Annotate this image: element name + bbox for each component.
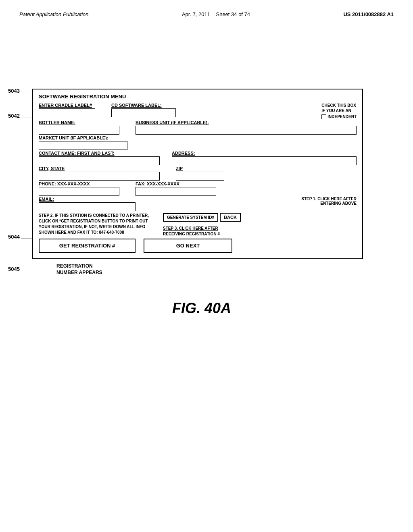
row9: GET REGISTRATION # GO NEXT	[39, 239, 357, 253]
email-group: EMAIL:	[39, 197, 144, 211]
step3-text: STEP 3. CLICK HERE AFTER RECEIVING REGIS…	[163, 226, 220, 237]
fax-input[interactable]	[136, 187, 216, 196]
check-row: INDEPENDENT	[321, 114, 357, 119]
fax-label: FAX: XXX-XXX-XXXX	[136, 181, 224, 186]
city-state-input[interactable]	[39, 172, 160, 181]
row3: MARKET UNIT (IF APPLICABLE):	[39, 135, 357, 150]
phone-label: PHONE: XXX-XXX-XXXX	[39, 181, 127, 186]
bottler-group: BOTTLER NAME:	[39, 120, 127, 135]
step2-text: STEP 2. IF THIS STATION IS CONNECTED TO …	[39, 213, 160, 235]
registration-note: REGISTRATION NUMBER APPEARS	[56, 263, 363, 276]
row8: STEP 2. IF THIS STATION IS CONNECTED TO …	[39, 213, 357, 237]
contact-label: CONTACT NAME: FIRST AND LAST:	[39, 151, 168, 156]
step1-text: STEP 1. CLICK HERE AFTER ENTERING ABOVE	[301, 197, 357, 206]
check-box-text2: IF YOU ARE AN	[321, 108, 351, 113]
header-publication: Patent Application Publication	[19, 11, 89, 17]
phone-group: PHONE: XXX-XXX-XXXX	[39, 181, 127, 196]
cd-software-label: CD SOFTWARE LABEL:	[111, 103, 184, 108]
independent-checkbox[interactable]	[321, 114, 326, 119]
row5: CITY, STATE ZIP	[39, 166, 357, 181]
zip-label: ZIP	[176, 166, 232, 171]
arrow-5042	[21, 118, 33, 118]
fax-group: FAX: XXX-XXX-XXXX	[136, 181, 224, 196]
main-content: 5043 5042 5044 5045 SOFTWARE REGISTRATIO…	[32, 89, 371, 317]
generate-id-button[interactable]: GENERATE SYSTEM ID#	[163, 213, 218, 222]
market-unit-label: MARKET UNIT (IF APPLICABLE):	[39, 135, 152, 140]
city-state-group: CITY, STATE	[39, 166, 168, 181]
contact-input[interactable]	[39, 156, 160, 165]
header-patent-number: US 2011/0082882 A1	[343, 11, 394, 17]
business-unit-input[interactable]	[136, 126, 357, 135]
contact-group: CONTACT NAME: FIRST AND LAST:	[39, 151, 168, 165]
row2: BOTTLER NAME: BUSINESS UNIT (IF APPLICAB…	[39, 120, 357, 135]
generate-id-group: GENERATE SYSTEM ID# BACK STEP 3. CLICK H…	[163, 213, 241, 237]
back-button[interactable]: BACK	[220, 213, 241, 222]
address-input[interactable]	[172, 156, 357, 165]
arrow-5043	[21, 93, 33, 93]
label-5044: 5044	[8, 234, 20, 240]
go-next-button[interactable]: GO NEXT	[144, 239, 232, 253]
business-unit-label: BUSINESS UNIT (IF APPLICABLE):	[136, 120, 357, 125]
city-state-label: CITY, STATE	[39, 166, 168, 171]
phone-input[interactable]	[39, 187, 119, 196]
row6: PHONE: XXX-XXX-XXXX FAX: XXX-XXX-XXXX	[39, 181, 357, 196]
figure-caption: FIG. 40A	[32, 300, 371, 317]
zip-group: ZIP	[176, 166, 232, 181]
diagram-box: SOFTWARE REGISTRATION MENU ENTER CRADLE …	[32, 89, 363, 259]
email-label: EMAIL:	[39, 197, 144, 202]
generate-id-row: GENERATE SYSTEM ID# BACK	[163, 213, 241, 222]
row1: ENTER CRADLE LABEL# CD SOFTWARE LABEL: C…	[39, 103, 357, 119]
label-5042: 5042	[8, 113, 20, 119]
address-group: ADDRESS:	[172, 151, 357, 165]
check-box-text3: INDEPENDENT	[327, 114, 357, 119]
row7: EMAIL: STEP 1. CLICK HERE AFTER ENTERING…	[39, 197, 357, 211]
label-5043: 5043	[8, 88, 20, 94]
label-5045: 5045	[8, 266, 20, 272]
zip-input[interactable]	[176, 172, 224, 181]
market-unit-group: MARKET UNIT (IF APPLICABLE):	[39, 135, 152, 150]
email-input[interactable]	[39, 202, 136, 211]
business-unit-group: BUSINESS UNIT (IF APPLICABLE):	[136, 120, 357, 135]
step3-area: STEP 3. CLICK HERE AFTER RECEIVING REGIS…	[163, 226, 220, 237]
market-unit-input[interactable]	[39, 141, 127, 150]
cradle-label-group: ENTER CRADLE LABEL#	[39, 103, 103, 117]
cradle-label-label: ENTER CRADLE LABEL#	[39, 103, 103, 108]
check-box-text: CHECK THIS BOX	[321, 103, 356, 108]
diagram-title: SOFTWARE REGISTRATION MENU	[39, 94, 357, 100]
bottler-input[interactable]	[39, 126, 119, 135]
cradle-label-input[interactable]	[39, 108, 95, 117]
arrow-5044	[21, 239, 33, 239]
address-label: ADDRESS:	[172, 151, 357, 156]
cd-software-group: CD SOFTWARE LABEL:	[111, 103, 184, 117]
header-date-sheet: Apr. 7, 2011 Sheet 34 of 74	[182, 11, 250, 17]
bottler-label: BOTTLER NAME:	[39, 120, 127, 125]
fig-number: FIG. 40A	[172, 300, 231, 316]
get-registration-button[interactable]: GET REGISTRATION #	[39, 239, 136, 253]
page-header: Patent Application Publication Apr. 7, 2…	[0, 0, 413, 17]
cd-software-input[interactable]	[111, 108, 176, 117]
arrow-5045	[21, 271, 33, 271]
row4: CONTACT NAME: FIRST AND LAST: ADDRESS:	[39, 151, 357, 165]
